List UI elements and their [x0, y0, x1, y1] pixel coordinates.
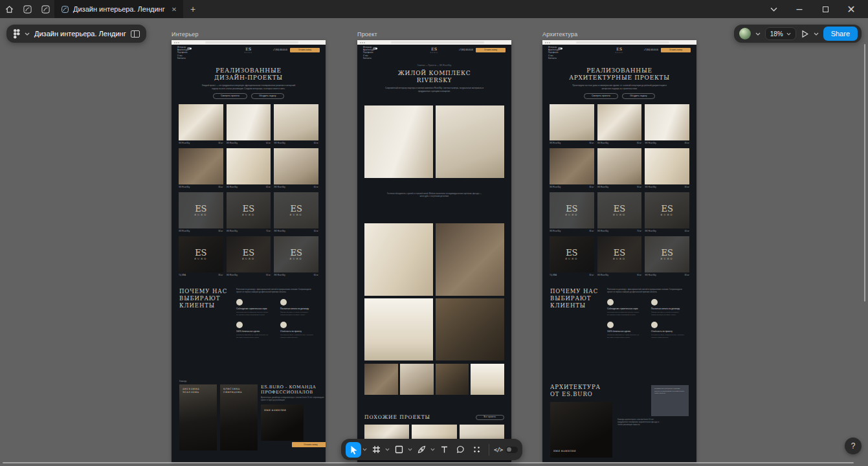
move-tool[interactable] [346, 442, 361, 458]
project-card: ESBURO ЖК RiverSky80 м² [597, 104, 642, 146]
frame-tool[interactable] [368, 442, 384, 458]
frame-tool-chevron-icon[interactable] [384, 448, 390, 451]
site-nav-link: Архитектура [363, 49, 374, 51]
active-file-tab[interactable]: Дизайн интерьера. Лендинг ✕ [54, 0, 183, 18]
project-photo [436, 364, 469, 395]
project-photo: ESBURO [179, 236, 223, 272]
architecture-section: АРХИТЕКТУРАОТ ES.BURO Индивидуальный под… [542, 375, 696, 458]
pen-tool[interactable] [414, 442, 429, 458]
minimize-icon[interactable]: – [786, 3, 812, 15]
project-photo: ESBURO [274, 192, 318, 228]
site-toggle [558, 47, 562, 50]
site-logo: ESBURO [616, 47, 624, 53]
project-card: ESBURO ЖК RiverSky70 м² [597, 192, 642, 234]
project-card: ESBURO ТЦ ИВА80 м² [550, 236, 594, 278]
project-photo [436, 223, 504, 296]
site-nav-link: Архитектура [548, 49, 559, 51]
hero-section: РЕАЛИЗОВАННЫЕАРХИТЕКТУРНЫЕ ПРОЕКТЫ Проек… [542, 59, 696, 99]
feature-item: 100% безопасная сделка Работаем официаль… [607, 322, 645, 338]
project-card: ESBURO ЖК RiverSky80 м² [550, 104, 594, 146]
figma-file-icon [61, 5, 69, 14]
frame-project[interactable]: ИнтерьерАрхитектураПортфолиоО насКонтакт… [357, 40, 511, 462]
project-card: ESBURO ЖК RiverSky70 м² [227, 192, 271, 234]
site-cta-button: Оставить заявку [290, 48, 320, 52]
site-cta-button: Оставить заявку [661, 48, 691, 52]
figma-menu-icon[interactable] [13, 28, 20, 39]
shape-tool[interactable] [391, 442, 406, 458]
present-icon[interactable] [801, 30, 809, 38]
comment-tool[interactable] [452, 442, 468, 458]
avatar-chevron-icon[interactable] [755, 32, 761, 36]
move-tool-chevron-icon[interactable] [362, 448, 368, 451]
toggle-sidebar-icon[interactable] [131, 30, 140, 38]
feature-item: Поэтапная оплата по договору Фиксируем с… [280, 299, 318, 316]
site-nav-link: Контакты [363, 58, 374, 60]
site-logo: ESBURO [430, 47, 439, 53]
tabbar-spacer [203, 0, 761, 18]
help-button[interactable]: ? [845, 438, 862, 454]
recent-file-tab-icon[interactable] [18, 0, 36, 18]
project-photo: ESBURO [645, 192, 689, 228]
vertical-scrollbar[interactable] [864, 44, 865, 302]
file-menu-chevron-icon[interactable] [25, 32, 30, 36]
home-icon[interactable] [0, 0, 18, 18]
hero-button-secondary: Обсудить задачу [251, 93, 284, 99]
site-header: ИнтерьерАрхитектураПортфолиоО насКонтакт… [357, 45, 511, 59]
team-member-card: ИМЯ ФАМИЛИЯ [261, 405, 304, 441]
project-photo: ESBURO [597, 236, 642, 272]
why-us-section: ПОЧЕМУ НАСВЫБИРАЮТКЛИЕНТЫ Работаем по до… [172, 278, 326, 375]
project-photo: ESBURO [645, 104, 689, 140]
file-toolbar: Дизайн интерьера. Лендинг [6, 25, 146, 43]
horizontal-scrollbar[interactable] [3, 462, 854, 463]
esburo-watermark: ESBURO [550, 192, 594, 228]
file-name[interactable]: Дизайн интерьера. Лендинг [34, 30, 126, 38]
dev-mode-switch[interactable] [506, 447, 518, 453]
browser-url-bar [576, 41, 669, 43]
site-nav-link: О нас [177, 55, 188, 57]
esburo-watermark: ESBURO [645, 236, 689, 272]
recent-file-tab-icon[interactable] [36, 0, 54, 18]
photo-strip [357, 364, 511, 395]
project-photo: ESBURO [645, 148, 689, 184]
esburo-watermark: ESBURO [227, 236, 271, 272]
share-button[interactable]: Share [823, 27, 858, 41]
frame-architecture[interactable]: ИнтерьерАрхитектураПортфолиоО насКонтакт… [542, 40, 696, 462]
window-menu-chevron-icon[interactable] [761, 7, 786, 12]
text-tool[interactable] [436, 442, 452, 458]
projects-grid: ESBURO ЖК RiverSky80 м² ESBURO ЖК RiverS… [542, 99, 696, 278]
project-card: ESBURO ЖК RiverSky90 м² [227, 236, 271, 278]
project-photo: ESBURO [597, 104, 642, 140]
maximize-icon[interactable] [812, 6, 838, 12]
close-window-icon[interactable]: ✕ [838, 3, 864, 16]
frame-label-interior[interactable]: Интерьер [172, 31, 199, 38]
new-tab-button[interactable]: + [183, 0, 203, 18]
project-photo: ESBURO [227, 236, 271, 272]
pen-tool-chevron-icon[interactable] [430, 448, 436, 451]
esburo-watermark: ESBURO [179, 236, 223, 272]
close-tab-icon[interactable]: ✕ [172, 6, 177, 13]
browser-url-bar [205, 41, 298, 43]
shape-tool-chevron-icon[interactable] [407, 448, 413, 451]
project-photo [364, 223, 433, 296]
window-controls: – ✕ [761, 0, 864, 18]
browser-url-bar [391, 41, 484, 43]
project-photo [436, 298, 504, 361]
project-photo: ESBURO [274, 236, 318, 272]
zoom-level-control[interactable]: 18% [765, 27, 796, 40]
browser-chrome [542, 40, 696, 45]
dev-mode-toggle[interactable]: </> [494, 447, 518, 453]
frame-label-project[interactable]: Проект [357, 31, 377, 38]
photo-pair [357, 223, 511, 296]
frame-interior[interactable]: ИнтерьерАрхитектураПортфолиоО насКонтакт… [172, 40, 326, 462]
feature-icon [607, 322, 614, 328]
present-chevron-icon[interactable] [814, 32, 819, 36]
canvas[interactable]: Интерьер Проект Архитектура ИнтерьерАрхи… [0, 18, 868, 466]
site-toggle [187, 47, 192, 50]
avatar[interactable] [739, 28, 751, 39]
project-card: ESBURO ЖК RiverSky90 м² [597, 236, 642, 278]
actions-tool[interactable] [469, 442, 484, 458]
team-section: Команда АНГЕЛИНА ЭСАУЛОВА КРИСТИНА СВИРИ… [172, 375, 326, 450]
feature-icon [280, 322, 287, 328]
feature-icon [280, 299, 287, 305]
frame-label-architecture[interactable]: Архитектура [542, 31, 577, 38]
